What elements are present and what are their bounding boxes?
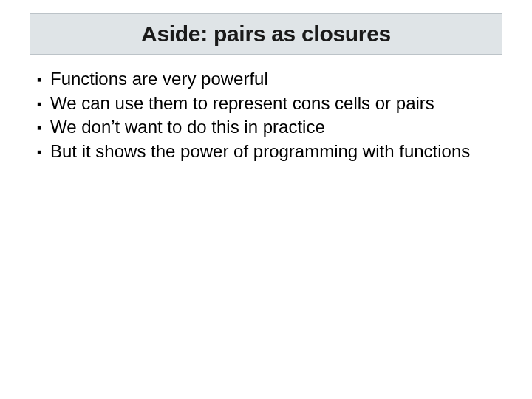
list-item: We can use them to represent cons cells …: [34, 92, 502, 115]
bullet-list: Functions are very powerful We can use t…: [34, 68, 502, 163]
slide-title: Aside: pairs as closures: [41, 21, 491, 47]
slide: Aside: pairs as closures Functions are v…: [0, 0, 532, 399]
slide-content: Functions are very powerful We can use t…: [30, 68, 502, 163]
title-bar: Aside: pairs as closures: [30, 13, 502, 55]
list-item: But it shows the power of programming wi…: [34, 140, 502, 163]
list-item: We don’t want to do this in practice: [34, 116, 502, 139]
list-item: Functions are very powerful: [34, 68, 502, 91]
